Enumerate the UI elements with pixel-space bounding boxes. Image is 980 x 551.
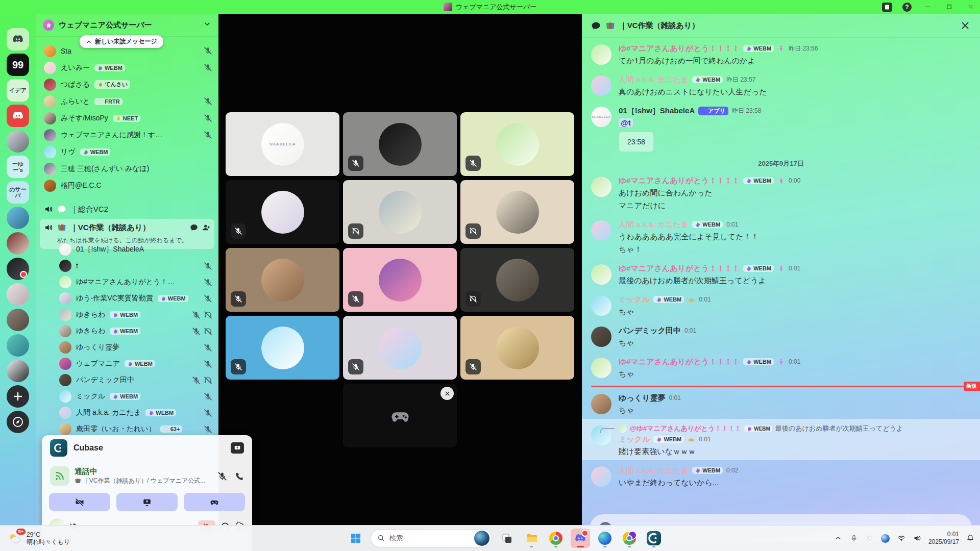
video-tile-3[interactable] [226, 180, 339, 244]
weather-widget[interactable]: 9+ 29°C 晴れ時々くもり [0, 531, 77, 546]
author-name[interactable]: 01［!shw］ShabeleA [619, 106, 695, 116]
task-view-button[interactable] [497, 529, 517, 548]
chat-message[interactable]: ゆ#マニアさんありがとう！！！！WEBM0:01ちゃ [582, 352, 980, 383]
rail-server-3[interactable] [7, 105, 29, 127]
rail-server-10[interactable] [7, 283, 29, 306]
tray-x-app-icon[interactable]: ✕ [865, 534, 874, 543]
member-row[interactable]: ウェブマニアWEBM [51, 356, 218, 372]
author-name[interactable]: 人間 a.k.a. カニたま [619, 220, 689, 230]
call-channel-path[interactable]: ｜VC作業（雑談あり）/ ウェブマニア公式... [75, 477, 212, 485]
rail-server-5[interactable]: ーゆー's [7, 156, 29, 178]
rail-server-13[interactable] [7, 360, 29, 382]
member-row[interactable]: 三穂 三穂(さんずい みなほ) [36, 160, 218, 177]
edge-button[interactable] [595, 529, 615, 548]
video-tile-8[interactable] [460, 248, 574, 312]
author-name[interactable]: ミックル [619, 295, 650, 305]
avatar[interactable] [591, 394, 611, 414]
member-row[interactable]: t [51, 258, 218, 274]
video-tile-1[interactable] [343, 112, 457, 176]
video-tile-7[interactable] [343, 248, 457, 312]
chat-message[interactable]: SHABELEA01［!shw］ShabeleAath d="M5 12l5 5… [582, 101, 980, 155]
avatar[interactable]: SHABELEA [591, 107, 611, 127]
video-tile-6[interactable] [226, 248, 339, 312]
reply-reference[interactable]: @ゆ#マニアさんありがとう！！！！WEBM最後のあけおめ勝者が次期鯖王ってどうよ [591, 424, 970, 433]
unread-messages-pill[interactable]: 新しい未読メッセージ [80, 35, 163, 48]
video-tile-4[interactable] [343, 180, 457, 244]
member-row[interactable]: パンデミック田中 [51, 372, 218, 388]
chat-message[interactable]: ゆ#マニアさんありがとう！！！！WEBM0:01最後のあけおめ勝者が次期鯖王って… [582, 258, 980, 289]
taskbar-search[interactable]: 検索 [371, 529, 492, 547]
activities-button[interactable] [184, 493, 245, 511]
camera-button[interactable] [49, 493, 110, 511]
video-tile-0[interactable]: SHABELEA [226, 112, 339, 176]
rail-server-4[interactable] [7, 130, 29, 153]
minimize-button[interactable] [922, 2, 933, 13]
noise-suppression-icon[interactable] [217, 471, 227, 481]
rail-server-14[interactable] [7, 385, 29, 408]
author-name[interactable]: ゆ#マニアさんありがとう！！！！ [619, 264, 740, 273]
notification-bell-icon[interactable] [966, 534, 975, 543]
mention[interactable]: @t [619, 118, 633, 127]
tray-sphere-icon[interactable] [881, 534, 890, 543]
avatar[interactable] [591, 327, 611, 347]
video-tile-9[interactable] [226, 316, 339, 380]
video-tile-2[interactable] [460, 112, 574, 176]
video-tile-10[interactable] [343, 316, 457, 380]
rail-server-1[interactable]: 99 [7, 54, 29, 76]
member-row[interactable]: ゆきらわWEBM [51, 307, 218, 323]
chat-message[interactable]: ゆ#マニアさんありがとう！！！！WEBM0:00あけおめ間に合わんかったマニアだ… [582, 170, 980, 214]
avatar[interactable] [591, 358, 611, 378]
chrome-button[interactable] [546, 529, 566, 548]
chat-message[interactable]: 人間 a.k.a. カニたまWEBM0:02いやまだ終わってないから... [582, 460, 980, 491]
avatar[interactable] [591, 295, 611, 316]
chat-message[interactable]: 人間 a.k.a. カニたまWEBM昨日 23:57真のあけおめニストになりたい… [582, 69, 980, 101]
chat-message[interactable]: ミックルWEBM0:01ちゃ [582, 289, 980, 320]
maximize-button[interactable] [943, 2, 954, 13]
rail-server-11[interactable] [7, 309, 29, 331]
author-name[interactable]: ゆ#マニアさんありがとう！！！！ [619, 44, 740, 54]
wifi-icon[interactable] [897, 534, 906, 543]
chat-message[interactable]: パンデミック田中0:01ちゃ [582, 320, 980, 352]
chat-message[interactable]: ゆ#マニアさんありがとう！！！！WEBM昨日 23:56てか1月のあけおめ一回で… [582, 38, 980, 69]
channel-sogo-vc2[interactable]: ｜総合VC2 [40, 201, 214, 218]
avatar[interactable] [591, 220, 611, 241]
author-name[interactable]: ゆ#マニアさんありがとう！！！！ [619, 176, 740, 186]
member-row[interactable]: ゆっくり霊夢 [51, 339, 218, 356]
chrome-profile2-button[interactable] [620, 529, 639, 548]
member-row[interactable]: ウェブマニアさんに感謝！すぐ死... [36, 127, 218, 143]
rail-server-7[interactable] [7, 207, 29, 229]
cubase-button[interactable] [644, 529, 664, 548]
chat-message[interactable]: @ゆ#マニアさんありがとう！！！！WEBM最後のあけおめ勝者が次期鯖王ってどうよ… [582, 419, 980, 460]
rail-server-12[interactable] [7, 334, 29, 357]
avatar[interactable] [591, 264, 611, 285]
member-row[interactable]: えいみーWEBM [36, 59, 218, 76]
author-name[interactable]: パンデミック田中 [619, 326, 681, 336]
taskbar-clock[interactable]: 0:01 2025/09/17 [928, 531, 959, 546]
stream-app-icon[interactable] [231, 442, 244, 454]
member-row[interactable]: 楕円@E.C.C [36, 177, 218, 194]
video-tile-11[interactable] [460, 316, 574, 380]
member-row[interactable]: ゆきらわWEBM [51, 323, 218, 339]
author-name[interactable]: 人間 a.k.a. カニたま [619, 466, 689, 475]
member-row[interactable]: ゆう-作業VC実質皆勤賞WEBM [51, 290, 218, 307]
member-row[interactable]: みそす/MisoPyNEET [36, 110, 218, 127]
avatar[interactable] [591, 466, 611, 487]
rail-server-0[interactable] [7, 28, 29, 51]
discord-button[interactable] [571, 529, 590, 548]
avatar[interactable] [591, 44, 611, 65]
author-name[interactable]: ゆっくり霊夢 [619, 393, 665, 403]
rail-server-9[interactable] [7, 258, 29, 280]
rail-server-8[interactable] [7, 232, 29, 255]
close-activity-icon[interactable] [440, 387, 454, 400]
video-tile-5[interactable] [460, 180, 574, 244]
avatar[interactable] [591, 177, 611, 197]
avatar[interactable] [591, 76, 611, 96]
rail-server-15[interactable] [7, 411, 29, 433]
volume-icon[interactable] [913, 534, 922, 543]
pip-icon[interactable] [882, 3, 892, 12]
help-icon[interactable]: ? [902, 3, 912, 12]
member-row[interactable]: つばさるてんさい [36, 76, 218, 93]
author-name[interactable]: ミックル [619, 435, 650, 444]
chat-message[interactable]: 人間 a.k.a. カニたまWEBM0:01うわあああああ完全によそ見してた！！… [582, 214, 980, 258]
close-chat-icon[interactable] [960, 20, 971, 31]
